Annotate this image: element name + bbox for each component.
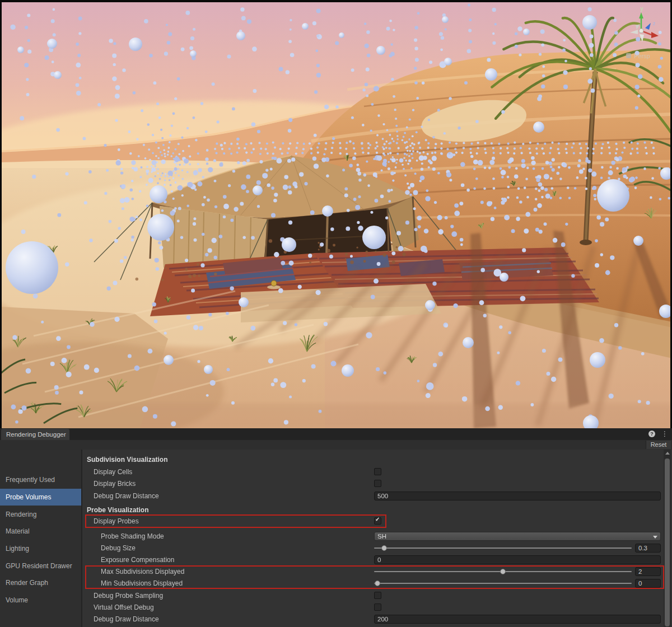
debug-size-value[interactable]: 0.3 <box>635 544 661 553</box>
gizmo-x-label: x <box>661 34 664 40</box>
row-debug-probe-sampling: Debug Probe Sampling <box>0 591 672 601</box>
row-display-bricks: Display Bricks <box>0 479 672 489</box>
probe-shading-mode-label: Probe Shading Mode <box>101 531 164 541</box>
scene-viewport[interactable]: y z x Persp <box>0 0 672 428</box>
exposure-compensation-label: Exposure Compensation <box>101 555 174 565</box>
tab-rendering-debugger[interactable]: Rendering Debugger <box>1 429 69 440</box>
max-subdivisions-label: Max Subdivisions Displayed <box>101 567 184 577</box>
panel-toolbar: Reset <box>0 440 672 450</box>
debug-draw-distance-label: Debug Draw Distance <box>94 491 159 501</box>
exposure-compensation-field[interactable]: 0 <box>374 555 661 564</box>
display-probes-checkbox[interactable] <box>374 517 381 525</box>
gizmo-z-label: z <box>653 21 656 26</box>
debug-draw-distance-field[interactable]: 200 <box>374 615 661 624</box>
slider-handle[interactable] <box>381 545 387 551</box>
row-display-cells: Display Cells <box>0 467 672 477</box>
row-exposure-compensation: Exposure Compensation 0 <box>0 555 672 565</box>
row-display-probes: Display Probes <box>0 516 672 526</box>
max-subdivisions-slider[interactable] <box>374 567 632 577</box>
probe-shading-mode-dropdown[interactable]: SH <box>374 532 661 541</box>
row-min-subdivisions: Min Subdivisions Displayed 0 <box>0 578 672 588</box>
desert-scene: y z x Persp <box>0 0 672 428</box>
debug-draw-distance-label: Debug Draw Distance <box>94 614 159 624</box>
rendering-debugger-window: y z x Persp Rendering Debugger ? ⋮ <box>0 0 672 627</box>
gizmo-y-label: y <box>641 6 643 12</box>
section-title: Probe Visualization <box>87 505 148 515</box>
min-subdivisions-slider[interactable] <box>374 578 632 588</box>
projection-label[interactable]: Persp <box>634 53 650 59</box>
max-subdivisions-value[interactable]: 2 <box>635 567 661 576</box>
row-max-subdivisions: Max Subdivisions Displayed 2 <box>0 567 672 577</box>
rendering-debugger-panel: Rendering Debugger ? ⋮ Reset Frequently … <box>0 428 672 627</box>
frame-top <box>0 0 672 2</box>
display-bricks-label: Display Bricks <box>94 479 136 489</box>
row-debug-size: Debug Size 0.3 <box>0 543 672 553</box>
slider-handle[interactable] <box>500 569 506 574</box>
vertical-scrollbar[interactable] <box>664 450 671 627</box>
scroll-up-icon[interactable] <box>665 452 670 455</box>
reset-button[interactable]: Reset <box>646 441 671 449</box>
tab-strip: Rendering Debugger ? ⋮ <box>0 428 672 441</box>
row-debug-draw-distance-probe: Debug Draw Distance 200 <box>0 614 672 624</box>
virtual-offset-debug-checkbox[interactable] <box>374 603 381 611</box>
section-title: Subdivision Visualization <box>87 455 167 465</box>
debug-probe-sampling-checkbox[interactable] <box>374 592 381 599</box>
display-probes-label: Display Probes <box>94 516 139 526</box>
virtual-offset-debug-label: Virtual Offset Debug <box>94 602 154 612</box>
display-cells-checkbox[interactable] <box>374 468 381 475</box>
row-probe-shading-mode: Probe Shading Mode SH <box>0 531 672 541</box>
row-debug-draw-distance-subdivision: Debug Draw Distance 500 <box>0 491 672 501</box>
debug-draw-distance-field[interactable]: 500 <box>374 492 661 500</box>
display-bricks-checkbox[interactable] <box>374 480 381 487</box>
row-virtual-offset-debug: Virtual Offset Debug <box>0 602 672 612</box>
min-subdivisions-label: Min Subdivisions Displayed <box>101 578 183 588</box>
more-menu-icon[interactable]: ⋮ <box>661 431 668 437</box>
chevron-down-icon <box>653 536 657 539</box>
debug-size-label: Debug Size <box>101 543 136 553</box>
min-subdivisions-value[interactable]: 0 <box>635 579 661 588</box>
section-subdivision-visualization: Subdivision Visualization <box>0 455 672 465</box>
frame-left <box>0 0 2 428</box>
debug-probe-sampling-label: Debug Probe Sampling <box>94 591 163 601</box>
scrollbar-thumb[interactable] <box>665 458 670 626</box>
help-icon[interactable]: ? <box>648 431 655 437</box>
slider-handle[interactable] <box>375 581 380 586</box>
section-probe-visualization: Probe Visualization <box>0 505 672 515</box>
display-cells-label: Display Cells <box>94 467 132 477</box>
projection-icon <box>626 53 631 58</box>
debug-size-slider[interactable] <box>374 543 632 553</box>
